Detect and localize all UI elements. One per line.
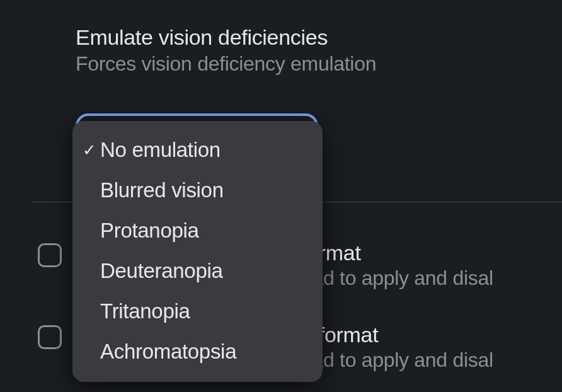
option-blurred-vision[interactable]: Blurred vision — [72, 170, 323, 210]
checkbox-1[interactable] — [38, 243, 62, 267]
option-protanopia[interactable]: Protanopia — [72, 210, 323, 251]
setting-title: Emulate vision deficiencies — [76, 25, 524, 50]
option-label: Protanopia — [100, 219, 199, 243]
option-no-emulation[interactable]: ✓ No emulation — [72, 130, 323, 170]
checkbox-1-description: oad to apply and disal — [301, 267, 493, 290]
option-achromatopsia[interactable]: Achromatopsia — [72, 331, 323, 372]
check-icon: ✓ — [83, 141, 100, 160]
vision-select-dropdown: ✓ No emulation Blurred vision Protanopia… — [72, 121, 323, 382]
checkbox-2-description: oad to apply and disal — [301, 349, 493, 372]
option-tritanopia[interactable]: Tritanopia — [72, 291, 323, 331]
option-label: No emulation — [100, 138, 221, 162]
setting-description: Forces vision deficiency emulation — [76, 52, 524, 76]
option-deuteranopia[interactable]: Deuteranopia — [72, 251, 323, 291]
checkbox-1-text: format oad to apply and disal — [301, 241, 493, 290]
option-label: Achromatopsia — [100, 340, 236, 364]
checkbox-2[interactable] — [38, 325, 62, 349]
option-label: Blurred vision — [100, 178, 224, 202]
checkbox-2-title: e format — [301, 323, 493, 347]
vision-select-anchor: ✓ No emulation Blurred vision Protanopia… — [76, 113, 318, 169]
checkbox-1-title: format — [301, 241, 493, 265]
vision-deficiency-setting: Emulate vision deficiencies Forces visio… — [0, 0, 562, 169]
option-label: Deuteranopia — [100, 259, 223, 283]
checkbox-2-text: e format oad to apply and disal — [301, 323, 493, 372]
option-label: Tritanopia — [100, 299, 190, 323]
